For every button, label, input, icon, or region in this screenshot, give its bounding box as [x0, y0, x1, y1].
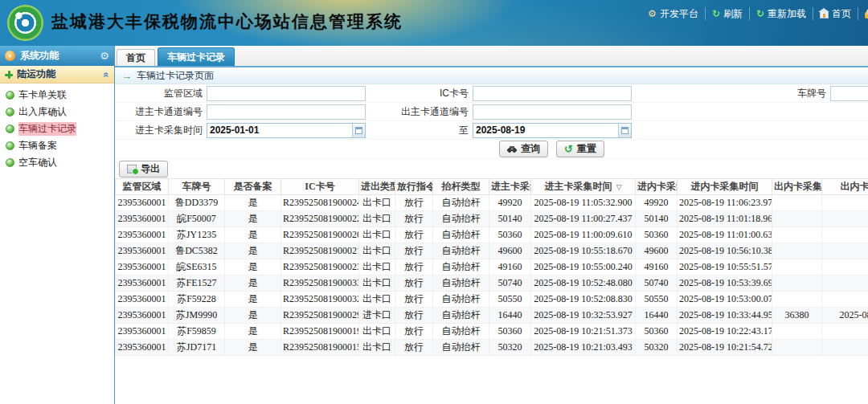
table-cell: 50140 — [636, 211, 678, 227]
ic-card-input[interactable] — [473, 86, 632, 101]
table-row[interactable]: 2395360001鲁DD3379是R239525081900024出卡口放行自… — [116, 195, 868, 211]
nav-gear[interactable]: 开发平台 — [641, 7, 705, 20]
sidebar-group-header[interactable]: 陆运功能 — [0, 66, 114, 84]
column-header[interactable]: 进主卡采集重量 — [489, 179, 531, 195]
reload-icon — [756, 9, 764, 18]
column-header[interactable]: 进内卡采集时间 — [678, 179, 772, 195]
table-cell: 2025-08-19 10:55:18.670 — [531, 243, 636, 259]
table-cell: R239525081900022 — [281, 211, 359, 227]
table-row[interactable]: 2395360001苏F59228是R239525081900032出卡口放行自… — [116, 292, 868, 308]
table-cell: 2025-08-19 10:53:00.077 — [678, 292, 772, 308]
table-cell: 50140 — [489, 211, 531, 227]
table-cell: 2025-08-19 10:33:44.953 — [678, 308, 772, 324]
table-cell: 是 — [225, 227, 281, 243]
collapse-circle-icon[interactable] — [5, 51, 15, 61]
sidebar-header[interactable]: 系统功能 — [0, 46, 114, 66]
table-row[interactable]: 2395360001苏F59859是R239525081900019出卡口放行自… — [116, 324, 868, 340]
column-header[interactable]: IC卡号 — [281, 179, 359, 195]
column-header[interactable]: 放行指令 — [395, 179, 433, 195]
menu-dot-icon — [6, 141, 14, 150]
table-cell: 苏JD7171 — [169, 340, 225, 356]
column-header[interactable]: 出内卡采集重量 — [772, 179, 822, 195]
nav-home[interactable]: 首页 — [813, 7, 858, 20]
column-header[interactable]: 车牌号 — [169, 179, 225, 195]
table-row[interactable]: 2395360001皖SE6315是R239525081900023出卡口放行自… — [116, 259, 868, 275]
table-row[interactable]: 2395360001苏JD7171是R239525081900015出卡口放行自… — [116, 340, 868, 356]
form-buttons: 查询 重置 — [115, 140, 868, 159]
sidebar-item-label: 车辆备案 — [18, 139, 57, 153]
in-channel-input[interactable] — [207, 104, 366, 120]
sidebar-item-label: 空车确认 — [18, 156, 57, 169]
sidebar-item[interactable]: 车卡单关联 — [0, 87, 114, 104]
column-header[interactable]: 进出类型 — [359, 179, 395, 195]
table-row[interactable]: 2395360001鲁DC5382是R239525081900021出卡口放行自… — [116, 243, 868, 259]
nav-reload[interactable]: 重新加载 — [749, 7, 813, 20]
nav-refresh[interactable]: 刷新 — [705, 7, 749, 20]
table-row[interactable]: 2395360001苏JY1235是R239525081900020出卡口放行自… — [116, 227, 868, 243]
table-header-row: 监管区域车牌号是否备案IC卡号进出类型放行指令抬杆类型进主卡采集重量进主卡采集时… — [116, 179, 868, 195]
sidebar-item-label: 车卡单关联 — [18, 88, 67, 102]
sidebar-item[interactable]: 出入库确认 — [0, 104, 114, 120]
table-cell — [772, 211, 822, 227]
query-button[interactable]: 查询 — [499, 141, 548, 157]
table-cell: 自动抬杆 — [433, 324, 489, 340]
column-header[interactable]: 出内卡采集时间 — [822, 179, 868, 195]
tab-home[interactable]: 首页 — [117, 49, 155, 66]
table-cell — [822, 227, 868, 243]
table-cell: R239525081900021 — [281, 243, 359, 259]
plate-input[interactable] — [830, 86, 868, 101]
table-cell: 苏F59859 — [169, 324, 225, 340]
table-cell: 2025-08-19 10:52:48.080 — [531, 275, 636, 292]
table-cell: 皖SE6315 — [169, 259, 225, 275]
table-cell: 2025-08-19 10:22:43.177 — [678, 324, 772, 340]
column-header[interactable]: 进主卡采集时间 ▽ — [531, 179, 636, 195]
nav-label: 首页 — [832, 7, 851, 21]
sidebar-item-label: 车辆过卡记录 — [18, 122, 76, 136]
chevron-up-icon[interactable] — [101, 71, 113, 77]
out-channel-input[interactable] — [473, 104, 632, 120]
column-header[interactable]: 抬杆类型 — [433, 179, 489, 195]
table-row[interactable]: 2395360001苏FE1527是R239525081900033出卡口放行自… — [116, 275, 868, 292]
in-channel-label: 进主卡通道编号 — [115, 105, 207, 119]
lock-icon — [865, 12, 868, 18]
table-cell — [822, 243, 868, 259]
table-cell: 鲁DC5382 — [169, 243, 225, 259]
table-cell — [822, 340, 868, 356]
column-header[interactable]: 是否备案 — [225, 179, 281, 195]
calendar-icon[interactable] — [352, 124, 365, 137]
region-input[interactable] — [207, 86, 366, 101]
gear-icon[interactable] — [100, 50, 109, 62]
date-from-input[interactable]: 2025-01-01 — [207, 123, 366, 138]
export-button[interactable]: 导出 — [119, 161, 168, 178]
table-cell: 是 — [225, 195, 281, 211]
reset-button[interactable]: 重置 — [556, 141, 604, 157]
table-cell — [772, 259, 822, 275]
table-row[interactable]: 2395360001皖F50007是R239525081900022出卡口放行自… — [116, 211, 868, 227]
table-cell: 2395360001 — [116, 340, 169, 356]
table-cell: 2025-08-19 10:55:51.570 — [678, 259, 772, 275]
table-cell: 放行 — [395, 211, 433, 227]
table-cell: 36380 — [772, 308, 822, 324]
table-cell: 自动抬杆 — [433, 275, 489, 292]
table-cell: 49160 — [489, 259, 531, 275]
sort-down-icon: ▽ — [614, 183, 621, 191]
export-icon — [127, 165, 137, 173]
table-cell — [822, 324, 868, 340]
sidebar-item[interactable]: 空车确认 — [0, 154, 114, 171]
calendar-icon[interactable] — [618, 124, 631, 137]
nav-label: 开发平台 — [660, 7, 698, 21]
search-form: 监管区域 IC卡号 车牌号 进主卡通道编号 出主卡通道编号 进主卡采集时间 20… — [115, 84, 868, 159]
table-cell: 是 — [225, 324, 281, 340]
table-cell: R239525081900019 — [281, 324, 359, 340]
tab-vehicle-pass-records[interactable]: 车辆过卡记录 — [158, 47, 235, 66]
column-header[interactable]: 进内卡采集重量 — [636, 179, 678, 195]
nav-lock[interactable] — [858, 7, 868, 20]
column-header[interactable]: 监管区域 — [116, 179, 169, 195]
table-cell — [772, 324, 822, 340]
sidebar-item[interactable]: 车辆备案 — [0, 137, 114, 154]
date-to-input[interactable]: 2025-08-19 — [473, 123, 632, 138]
table-cell: 出卡口 — [359, 340, 395, 356]
form-row: 进主卡采集时间 2025-01-01 至 2025-08-19 — [115, 121, 868, 140]
table-row[interactable]: 2395360001苏JM9990是R239525081900029进卡口放行自… — [116, 308, 868, 324]
sidebar-item[interactable]: 车辆过卡记录 — [0, 120, 114, 137]
